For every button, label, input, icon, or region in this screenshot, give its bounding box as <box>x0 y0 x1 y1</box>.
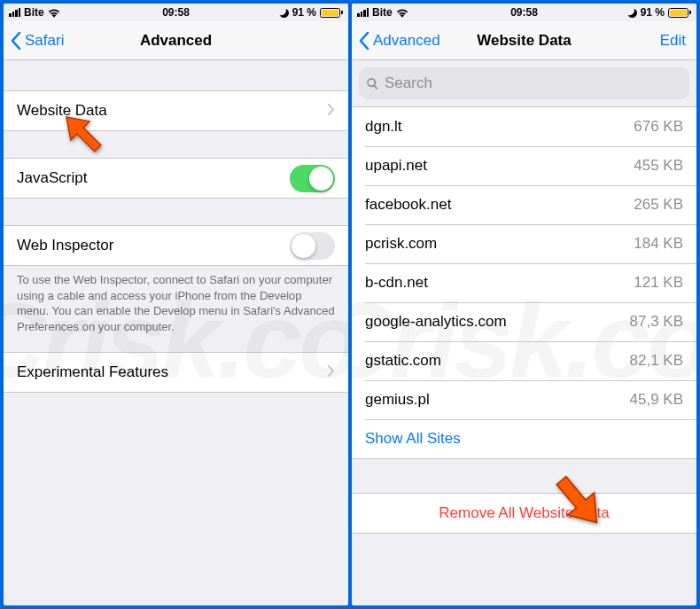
site-size: 45,9 KB <box>630 391 684 409</box>
site-domain: google-analytics.com <box>365 313 507 331</box>
row-label: Experimental Features <box>17 363 168 381</box>
site-size: 455 KB <box>634 157 683 175</box>
chevron-left-icon <box>359 32 369 50</box>
phone-advanced: PCrisk.com Bite 09:58 91 % Safari Advanc… <box>4 4 348 605</box>
row-javascript: JavaScript <box>4 159 348 198</box>
site-size: 82,1 KB <box>630 352 684 370</box>
wifi-icon <box>396 8 408 18</box>
site-domain: gemius.pl <box>365 391 430 409</box>
content: Website Data JavaScript Web Inspector To… <box>4 60 348 605</box>
nav-bar: Advanced Website Data Edit <box>352 21 696 60</box>
edit-button[interactable]: Edit <box>660 32 686 50</box>
remove-all-button[interactable]: Remove All Website Data <box>352 494 696 533</box>
site-row[interactable]: pcrisk.com184 KB <box>352 224 696 263</box>
site-domain: upapi.net <box>365 157 427 175</box>
signal-icon <box>9 8 20 17</box>
battery-icon <box>320 8 343 18</box>
row-label: Website Data <box>17 102 107 120</box>
web-inspector-help: To use the Web Inspector, connect to Saf… <box>4 266 348 341</box>
chevron-right-icon <box>328 363 335 381</box>
row-web-inspector: Web Inspector <box>4 226 348 265</box>
search-icon <box>366 77 379 90</box>
carrier-label: Bite <box>372 6 393 19</box>
site-domain: facebook.net <box>365 196 451 214</box>
remove-all-label: Remove All Website Data <box>439 504 609 522</box>
search-input[interactable]: Search <box>359 67 689 99</box>
site-row[interactable]: google-analytics.com87,3 KB <box>352 302 696 341</box>
battery-icon <box>668 8 691 18</box>
back-label: Advanced <box>373 32 440 50</box>
dnd-moon-icon <box>627 8 637 18</box>
status-bar: Bite 09:58 91 % <box>352 4 696 21</box>
row-label: JavaScript <box>17 169 87 187</box>
site-size: 87,3 KB <box>630 313 684 331</box>
site-domain: pcrisk.com <box>365 235 437 253</box>
chevron-left-icon <box>11 32 21 50</box>
nav-bar: Safari Advanced <box>4 21 348 60</box>
site-domain: gstatic.com <box>365 352 441 370</box>
site-row[interactable]: gstatic.com82,1 KB <box>352 341 696 380</box>
site-row[interactable]: gemius.pl45,9 KB <box>352 380 696 419</box>
dnd-moon-icon <box>279 8 289 18</box>
battery-pct-label: 91 % <box>292 6 316 19</box>
back-button[interactable]: Advanced <box>359 32 440 50</box>
site-size: 265 KB <box>634 196 683 214</box>
site-row[interactable]: b-cdn.net121 KB <box>352 263 696 302</box>
site-row[interactable]: upapi.net455 KB <box>352 146 696 185</box>
signal-icon <box>357 8 369 17</box>
site-domain: b-cdn.net <box>365 274 428 292</box>
row-experimental[interactable]: Experimental Features <box>4 353 348 392</box>
back-label: Safari <box>25 32 64 50</box>
show-all-label: Show All Sites <box>365 430 461 448</box>
status-bar: Bite 09:58 91 % <box>4 4 348 21</box>
battery-pct-label: 91 % <box>641 6 665 19</box>
chevron-right-icon <box>328 102 335 120</box>
web-inspector-toggle[interactable] <box>290 232 335 260</box>
site-size: 676 KB <box>634 118 683 136</box>
content: Search dgn.lt676 KBupapi.net455 KBfacebo… <box>352 60 696 605</box>
phone-website-data: PCrisk.com Bite 09:58 91 % Advanced Webs… <box>352 4 696 605</box>
site-row[interactable]: dgn.lt676 KB <box>352 107 696 146</box>
javascript-toggle[interactable] <box>290 165 335 192</box>
row-label: Web Inspector <box>17 237 113 254</box>
row-website-data[interactable]: Website Data <box>4 91 348 130</box>
carrier-label: Bite <box>24 6 44 19</box>
search-placeholder: Search <box>385 74 432 92</box>
wifi-icon <box>48 8 60 18</box>
back-button[interactable]: Safari <box>11 32 64 50</box>
site-domain: dgn.lt <box>365 118 402 136</box>
site-size: 121 KB <box>634 274 683 292</box>
site-row[interactable]: facebook.net265 KB <box>352 185 696 224</box>
show-all-sites-button[interactable]: Show All Sites <box>352 419 696 458</box>
site-size: 184 KB <box>634 235 683 253</box>
